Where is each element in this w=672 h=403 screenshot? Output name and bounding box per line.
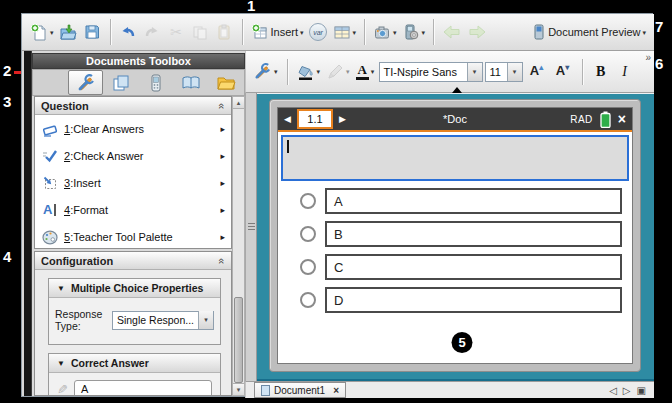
increase-font-size-button[interactable]: A ▴	[525, 60, 549, 84]
open-document-button[interactable]	[57, 18, 80, 46]
menu-item-teacher-tool-palette[interactable]: 5:Teacher Tool Palette ▸	[35, 223, 231, 250]
menu-item-format[interactable]: A 4:Format ▸	[35, 196, 231, 223]
correct-answer-header[interactable]: ▼ Correct Answer	[49, 354, 220, 373]
toolbar-overflow-chevron[interactable]: »	[645, 52, 651, 63]
back-button[interactable]	[440, 18, 464, 46]
correct-answer-field[interactable]: A	[74, 380, 212, 396]
pencil-icon: ✎	[57, 382, 68, 397]
answer-option-field[interactable]: B	[325, 221, 622, 247]
copy-button[interactable]	[189, 18, 212, 46]
line-color-button[interactable]: ▾	[324, 58, 352, 86]
copy-icon	[191, 23, 209, 41]
insert-button[interactable]: Insert ▾	[249, 18, 306, 46]
battery-icon	[600, 111, 611, 128]
scroll-up-arrow[interactable]: ▴	[233, 97, 244, 109]
tab-page-sorter[interactable]	[103, 70, 138, 95]
response-type-value: Single Respon...	[113, 314, 198, 326]
toolbar-separator	[582, 59, 583, 85]
panel-splitter[interactable]	[245, 93, 257, 381]
document-page: ◀ 1.1 ▶ *Doc RAD × A	[277, 107, 633, 364]
handheld-page-frame: ◀ 1.1 ▶ *Doc RAD × A	[269, 99, 641, 372]
collapse-chevron-icon[interactable]: «	[216, 257, 228, 263]
radio-button[interactable]	[300, 193, 316, 209]
next-document-icon[interactable]: ▷	[623, 385, 631, 396]
close-tab-icon[interactable]: ×	[333, 385, 339, 396]
font-size-select[interactable]: 11 ▾	[485, 62, 523, 82]
configuration-panel-header[interactable]: Configuration «	[35, 252, 231, 270]
previous-document-icon[interactable]: ◁	[609, 385, 617, 396]
save-button[interactable]	[81, 18, 104, 46]
open-book-icon	[181, 73, 201, 93]
paste-button[interactable]	[213, 18, 236, 46]
checkmark-icon	[41, 147, 59, 165]
tab-utilities[interactable]	[173, 70, 208, 95]
chevron-down-icon[interactable]: ▾	[507, 63, 522, 81]
font-family-select[interactable]: TI-Nspire Sans ▾	[379, 62, 483, 82]
insert-selection-icon	[41, 174, 59, 192]
menu-item-insert[interactable]: 3:Insert ▸	[35, 169, 231, 196]
previous-page-arrow[interactable]: ◀	[284, 114, 291, 124]
response-type-select[interactable]: Single Respon... ▾	[112, 311, 214, 330]
tab-content-explorer[interactable]	[208, 70, 243, 95]
new-document-button[interactable]: ▾	[28, 18, 56, 46]
text-color-icon: A	[356, 64, 369, 80]
page-layout-icon[interactable]: ▣	[637, 385, 646, 396]
documents-toolbox-header: Documents Toolbox	[32, 53, 245, 69]
answer-row: A	[300, 188, 622, 214]
redo-button[interactable]	[141, 18, 164, 46]
answer-option-field[interactable]: C	[325, 254, 622, 280]
answer-option-field[interactable]: A	[325, 188, 622, 214]
tab-ti-smartview[interactable]	[138, 70, 173, 95]
bold-button[interactable]: B	[590, 60, 612, 84]
toolbox-scrollbar[interactable]: ▴ ▾	[232, 96, 245, 396]
submenu-arrow-icon: ▸	[220, 205, 225, 215]
redo-icon	[143, 23, 161, 41]
multiple-choice-properties-header[interactable]: ▼ Multiple Choice Properties	[49, 279, 220, 298]
page-tab[interactable]: 1.1	[297, 109, 333, 129]
question-text-area[interactable]	[281, 135, 629, 181]
document-tools-button[interactable]: ▾	[251, 58, 280, 86]
callout-2: 2	[3, 63, 11, 79]
response-type-label: Response Type:	[55, 308, 107, 332]
insert-table-button[interactable]: ▾	[331, 18, 359, 46]
cut-button[interactable]: ✂	[165, 18, 188, 46]
radio-button[interactable]	[300, 292, 316, 308]
chevron-down-icon[interactable]: ▾	[198, 311, 213, 329]
handheld-icon	[532, 24, 546, 40]
radio-button[interactable]	[300, 259, 316, 275]
document-preview-button[interactable]: Document Preview ▾	[530, 18, 648, 46]
text-color-button[interactable]: A ▾	[354, 58, 377, 86]
menu-item-clear-answers[interactable]: 1:Clear Answers ▸	[35, 115, 231, 142]
answer-row: D	[300, 287, 622, 313]
italic-button[interactable]: I	[614, 60, 636, 84]
pages-icon	[111, 73, 131, 93]
screen-capture-button[interactable]: ▾	[371, 18, 399, 46]
chevron-down-icon[interactable]: ▾	[467, 63, 482, 81]
decrease-font-size-button[interactable]: A ▾	[551, 60, 575, 84]
undo-button[interactable]	[117, 18, 140, 46]
answer-option-field[interactable]: D	[325, 287, 622, 313]
splitter-grip-icon	[248, 221, 255, 232]
callout-6: 6	[655, 56, 663, 72]
scroll-down-arrow[interactable]: ▾	[233, 383, 244, 395]
tab-document-tools[interactable]	[68, 70, 103, 95]
toolbox-tab-bar	[32, 69, 245, 96]
close-document-icon[interactable]: ×	[618, 112, 626, 126]
document-tab[interactable]: Document1 ×	[254, 382, 346, 398]
svg-text:A: A	[43, 202, 53, 217]
window-left-edge	[24, 51, 32, 396]
fill-color-button[interactable]: ▾	[295, 58, 323, 86]
menu-item-check-answer[interactable]: 2:Check Answer ▸	[35, 142, 231, 169]
scrollbar-thumb[interactable]	[234, 297, 243, 383]
collapse-chevron-icon[interactable]: «	[216, 102, 228, 108]
forward-button[interactable]	[465, 18, 489, 46]
next-page-arrow[interactable]: ▶	[339, 114, 346, 124]
multiple-choice-properties-section: ▼ Multiple Choice Properties Response Ty…	[48, 278, 221, 345]
handheld-setup-button[interactable]: ▾	[400, 18, 428, 46]
save-icon	[83, 23, 101, 41]
triangle-down-icon: ▼	[57, 284, 65, 293]
variables-button[interactable]: var	[307, 18, 330, 46]
submenu-arrow-icon: ▸	[220, 232, 225, 242]
radio-button[interactable]	[300, 226, 316, 242]
question-panel-header[interactable]: Question «	[35, 97, 231, 115]
